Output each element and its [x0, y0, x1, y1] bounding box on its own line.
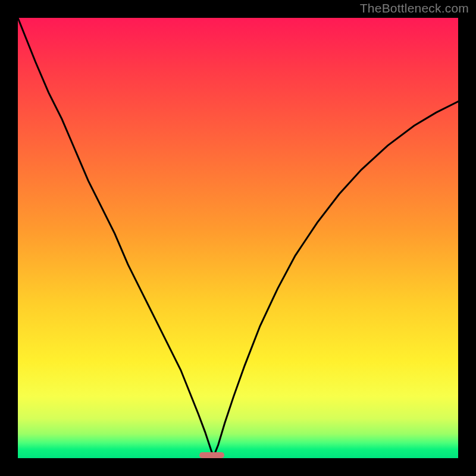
- optimal-range-marker: [199, 452, 224, 458]
- bottleneck-curve: [18, 18, 458, 458]
- plot-area: [18, 18, 458, 458]
- outer-frame: TheBottleneck.com: [0, 0, 476, 476]
- watermark-text: TheBottleneck.com: [360, 1, 469, 15]
